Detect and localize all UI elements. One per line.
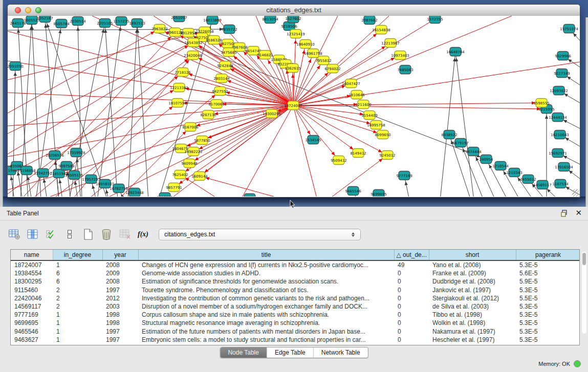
cell-pagerank[interactable]: 5.3E-5: [516, 336, 580, 344]
network-edge[interactable]: [225, 65, 293, 105]
cell-in_degree[interactable]: 1: [53, 336, 102, 344]
cell-short[interactable]: de Silva et al. (2003): [429, 302, 516, 311]
cell-in_degree[interactable]: 2: [53, 286, 102, 294]
cell-short[interactable]: Jankovic et al. (1997): [429, 286, 516, 294]
cell-short[interactable]: Franke et al. (2009): [429, 269, 516, 277]
scrollbar-thumb[interactable]: [582, 253, 586, 265]
network-edge[interactable]: [51, 103, 178, 196]
column-header-in_degree[interactable]: in_degree: [53, 250, 102, 260]
cell-title[interactable]: Embryonic stem cells: a model to study s…: [138, 336, 394, 344]
cell-in_degree[interactable]: 6: [53, 277, 102, 286]
cell-in_degree[interactable]: 6: [53, 269, 102, 277]
cell-title[interactable]: Investigating the contribution of common…: [138, 294, 394, 302]
cell-title[interactable]: Tourette syndrome. Phenomenology and cla…: [138, 286, 394, 294]
column-header-year[interactable]: year: [102, 250, 138, 260]
cell-name[interactable]: 18300295: [11, 277, 53, 286]
network-edge[interactable]: [97, 21, 121, 196]
row-height-button[interactable]: [62, 228, 76, 242]
cell-year[interactable]: 1998: [102, 319, 138, 327]
cell-pagerank[interactable]: 5.3E-5: [516, 327, 580, 336]
cell-name[interactable]: 14569117: [11, 302, 53, 311]
cell-year[interactable]: 2009: [102, 269, 138, 277]
cell-name[interactable]: 9463627: [11, 336, 53, 344]
cell-short[interactable]: Tibbo et al. (1998): [429, 311, 516, 319]
network-edge[interactable]: [183, 72, 293, 105]
cell-pagerank[interactable]: 5.3E-5: [516, 302, 580, 311]
column-header-name[interactable]: name: [11, 250, 53, 260]
show-column-button[interactable]: [26, 228, 39, 242]
network-edge[interactable]: [241, 105, 293, 196]
cell-in_degree[interactable]: 1: [53, 327, 102, 336]
cell-short[interactable]: Hescheler et al. (1997): [429, 336, 516, 344]
cell-pagerank[interactable]: 5.9E-5: [516, 277, 580, 286]
network-edge[interactable]: [293, 105, 547, 109]
cell-year[interactable]: 1998: [102, 311, 138, 319]
tab-node-table[interactable]: Node Table: [220, 347, 267, 358]
cell-out_de[interactable]: 0: [394, 302, 429, 311]
network-edge[interactable]: [455, 52, 474, 196]
table-scrollbar[interactable]: [582, 252, 586, 334]
cell-title[interactable]: Changes of HCN gene expression and I(f) …: [138, 260, 394, 269]
float-window-icon[interactable]: [560, 209, 569, 217]
cell-out_de[interactable]: 0: [394, 319, 429, 327]
tab-network-table[interactable]: Network Table: [313, 347, 368, 358]
new-table-button[interactable]: [81, 228, 95, 242]
cell-short[interactable]: Stergiakouli et al. (2012): [429, 294, 516, 302]
network-edge[interactable]: [8, 105, 293, 157]
cell-pagerank[interactable]: 5.6E-5: [516, 269, 580, 277]
cell-in_degree[interactable]: 1: [53, 319, 102, 327]
cell-pagerank[interactable]: 5.3E-5: [516, 260, 580, 269]
cell-name[interactable]: 9465546: [11, 327, 53, 336]
cell-title[interactable]: Estimation of the future numbers of pati…: [138, 327, 394, 336]
cell-name[interactable]: 9699695: [11, 319, 53, 327]
table-row[interactable]: 1456911722003Disruption of a novel membe…: [11, 302, 580, 311]
cell-out_de[interactable]: 49: [394, 260, 429, 269]
window-resize-grip[interactable]: [572, 189, 579, 196]
tab-edge-table[interactable]: Edge Table: [267, 347, 313, 358]
cell-out_de[interactable]: 0: [394, 277, 429, 286]
cell-title[interactable]: Genome-wide association studies in ADHD.: [138, 269, 394, 277]
close-panel-icon[interactable]: ✕: [575, 208, 582, 217]
cell-name[interactable]: 19384554: [11, 269, 53, 277]
select-attributes-button[interactable]: [44, 228, 58, 242]
cell-short[interactable]: Nakamura et al. (1997): [429, 327, 516, 336]
cell-year[interactable]: 2008: [102, 277, 138, 286]
cell-in_degree[interactable]: 1: [53, 311, 102, 319]
network-edge[interactable]: [105, 23, 118, 196]
table-row[interactable]: 911546021997Tourette syndrome. Phenomeno…: [11, 286, 580, 294]
table-row[interactable]: 946362711997Embryonic stem cells: a mode…: [11, 336, 580, 344]
network-edge[interactable]: [440, 52, 455, 196]
column-header-short[interactable]: short: [429, 250, 516, 260]
cell-pagerank[interactable]: 5.3E-5: [516, 311, 580, 319]
delete-table-button[interactable]: [99, 228, 113, 242]
network-edge[interactable]: [293, 68, 293, 105]
table-row[interactable]: 946554611997Estimation of the future num…: [11, 327, 580, 336]
network-edge[interactable]: [8, 105, 293, 126]
table-selector-dropdown[interactable]: citations_edges.txt: [159, 229, 361, 240]
cell-year[interactable]: 1997: [102, 327, 138, 336]
table-row[interactable]: 1872400712008Changes of HCN gene express…: [11, 260, 580, 269]
cell-title[interactable]: Estimation of significance thresholds fo…: [138, 277, 394, 286]
cell-year[interactable]: 2003: [102, 302, 138, 311]
table-row[interactable]: 2242004622012Investigating the contribut…: [11, 294, 580, 302]
cell-title[interactable]: Disruption of a novel member of a sodium…: [138, 302, 394, 311]
table-row[interactable]: 977716911998Corpus callosum shape and si…: [11, 311, 580, 319]
column-header-title[interactable]: title: [138, 250, 394, 260]
table-row[interactable]: 1938455462009Genome-wide association stu…: [11, 269, 580, 277]
cell-year[interactable]: 2008: [102, 260, 138, 269]
cell-name[interactable]: 9777169: [11, 311, 53, 319]
column-header-out_de[interactable]: △ out_de...: [394, 250, 429, 260]
network-canvas[interactable]: 2445178160552710521878505784203051422051…: [8, 16, 580, 196]
network-edge[interactable]: [31, 72, 183, 196]
column-header-pagerank[interactable]: pagerank: [516, 250, 580, 260]
network-view-window[interactable]: citations_edges.txt 24451781605527105218…: [7, 4, 580, 198]
cell-pagerank[interactable]: 5.3E-5: [516, 286, 580, 294]
cell-title[interactable]: Structural magnetic resonance image aver…: [138, 319, 394, 327]
network-edge[interactable]: [8, 87, 179, 174]
cell-year[interactable]: 2012: [102, 294, 138, 302]
cell-in_degree[interactable]: 1: [53, 260, 102, 269]
network-edge[interactable]: [8, 105, 293, 190]
cell-year[interactable]: 1997: [102, 286, 138, 294]
network-edge[interactable]: [293, 105, 317, 196]
cell-title[interactable]: Corpus callosum shape and size in male p…: [138, 311, 394, 319]
